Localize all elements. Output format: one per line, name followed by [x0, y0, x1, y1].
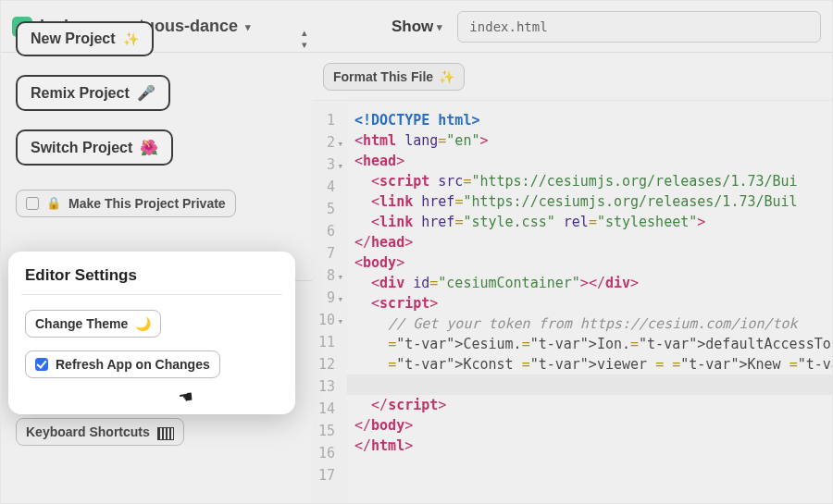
- change-theme-label: Change Theme: [26, 302, 118, 317]
- line-number: 13: [312, 376, 343, 399]
- change-theme-button[interactable]: Change Theme 🌙: [16, 296, 152, 324]
- sparkles-icon: ✨: [439, 69, 454, 84]
- refresh-on-changes-button[interactable]: Refresh App on Changes: [16, 337, 211, 364]
- line-number: 9▾: [312, 288, 343, 310]
- line-number: 4: [312, 177, 343, 199]
- show-label: Show: [392, 18, 433, 36]
- keyboard-shortcuts-label: Keyboard Shortcuts: [26, 424, 150, 439]
- line-number: 17: [312, 465, 343, 487]
- code-editor[interactable]: Format This File ✨ 1 2▾3▾4 5 6 7 8▾9▾10▾…: [312, 53, 832, 503]
- line-number: 1: [312, 110, 343, 132]
- sparkles-icon: ✨: [123, 31, 139, 46]
- remix-project-label: Remix Project: [31, 85, 130, 102]
- filename-input[interactable]: [457, 11, 821, 43]
- format-file-label: Format This File: [333, 69, 433, 84]
- show-menu[interactable]: Show ▾: [392, 18, 442, 36]
- wrap-text-button[interactable]: Wrap Text: [16, 377, 118, 405]
- new-project-button[interactable]: New Project ✨: [16, 21, 154, 56]
- private-checkbox[interactable]: [26, 197, 39, 210]
- editor-settings-heading: Editor Settings: [16, 252, 312, 271]
- code-content[interactable]: <!DOCTYPE html> <html lang="en"> <head> …: [354, 101, 832, 503]
- flower-icon: 🌺: [140, 139, 158, 156]
- remix-project-button[interactable]: Remix Project 🎤: [16, 75, 170, 111]
- line-number: 8▾: [312, 265, 343, 288]
- line-number: 14: [312, 399, 343, 421]
- moon-icon: 🌙: [126, 302, 142, 317]
- switch-project-button[interactable]: Switch Project 🌺: [16, 129, 173, 166]
- refresh-checkbox[interactable]: [26, 344, 39, 357]
- keyboard-shortcuts-button[interactable]: Keyboard Shortcuts: [16, 418, 184, 446]
- line-number-gutter: 1 2▾3▾4 5 6 7 8▾9▾10▾11 12 13 14 15 16 1…: [312, 101, 347, 503]
- piano-icon: [157, 427, 174, 440]
- line-number: 11: [312, 332, 343, 354]
- line-number: 3▾: [312, 154, 343, 177]
- wrap-label: Wrap Text: [46, 384, 107, 399]
- line-number: 6: [312, 221, 343, 243]
- microphone-icon: 🎤: [137, 84, 155, 102]
- chevron-down-icon: ▾: [437, 21, 442, 33]
- project-menu-panel: New Project ✨ Remix Project 🎤 Switch Pro…: [16, 1, 312, 459]
- line-number: 7: [312, 243, 343, 265]
- refresh-label: Refresh App on Changes: [46, 343, 201, 358]
- make-private-label: Make This Project Private: [68, 196, 226, 211]
- divider: [12, 280, 316, 281]
- lock-icon: 🔒: [46, 196, 61, 210]
- line-number: 10▾: [312, 310, 343, 332]
- line-number: 16: [312, 443, 343, 465]
- format-file-button[interactable]: Format This File ✨: [323, 63, 465, 91]
- code-toolbar: Format This File ✨: [312, 53, 832, 101]
- line-number: 15: [312, 421, 343, 443]
- make-private-button[interactable]: 🔒 Make This Project Private: [16, 190, 236, 217]
- switch-project-label: Switch Project: [31, 140, 132, 156]
- new-project-label: New Project: [31, 31, 116, 47]
- line-number: 12: [312, 354, 343, 376]
- line-number: 2▾: [312, 132, 343, 154]
- wrap-checkbox[interactable]: [26, 385, 39, 398]
- line-number: 5: [312, 199, 343, 221]
